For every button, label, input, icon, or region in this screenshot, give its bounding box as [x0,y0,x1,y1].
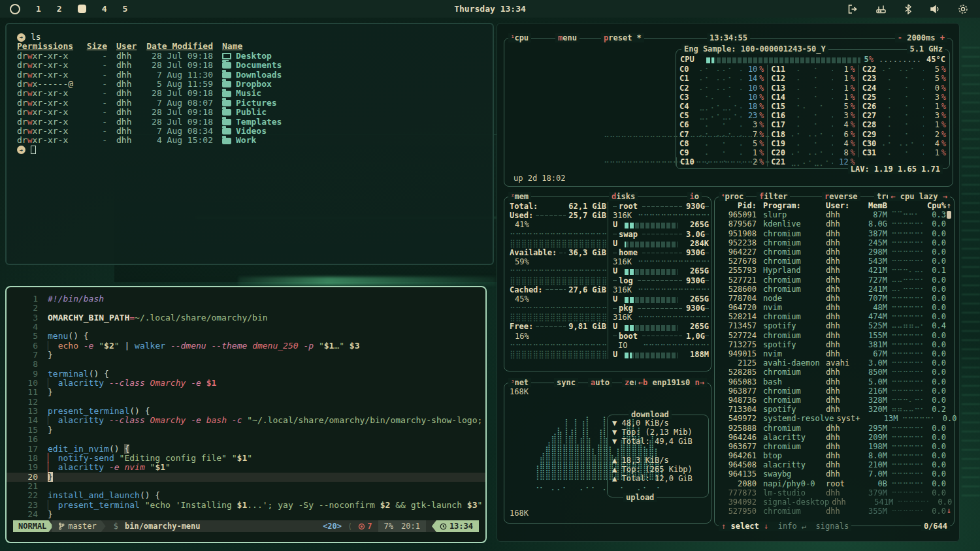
process-row[interactable]: 528600 chromium dhh 241M ⠤⠄⠒⠒⠒⠂ 0.0 [715,285,954,294]
process-cpu-graph: ⠒⠒⠒⠄⠒⠂ [887,396,923,405]
proc-sort-selector[interactable]: ← cpu lazy → [888,192,950,201]
process-pid: 528214 [719,312,757,321]
process-row[interactable]: 527721 chromium dhh 727M ⠤⠤⠒⠒⠒⠂ 0.0 [715,276,954,285]
mem-used-percent: 41% [510,220,529,229]
core-id: C0 [679,65,699,74]
process-row[interactable]: 713275 spotify dhh 381M ⠒⠒⠒⠒⠒⠂ 0.0 [715,340,954,349]
process-row[interactable]: 527950 chromium dhh 355M ⠒⠒⠒⠒⠒⠂ 0.0 [715,507,954,516]
process-row[interactable]: 965091 slurp dhh 87M ⠉⠉⠒⠒⠂⠀ 0.3 [715,210,954,219]
proc-panel: ⁴proc filter reverse tree ← cpu lazy → P… [714,197,955,526]
process-row[interactable]: 879567 kdenlive dhh 8.0G ⠒⠒⠒⠒⠒⠂ 0.0 [715,219,954,228]
percent-sign: % [757,139,764,148]
editor-line: 6 ▏ echo -e "$2" | walker --dmenu --them… [7,341,485,351]
workspace-1[interactable]: 1 [36,4,41,14]
workspace-5[interactable]: 5 [122,4,127,14]
core-percent: 3 [833,111,849,120]
ls-size: - [85,89,107,98]
process-row[interactable]: 964246 alacritty dhh 209M ⠒⠒⠒⠒⠒⠂ 0.0 [715,433,954,442]
process-row[interactable]: 964508 alacritty dhh 210M ⠒⠒⠒⠒⠒⠂ 0.0 [715,460,954,469]
settings-icon[interactable] [958,4,968,14]
terminal-window-ls[interactable]: ➔ ls Permissions Size User Date Modified… [5,23,494,265]
process-row[interactable]: 964720 nvim dhh 48M ⠒⠒⠒⠒⠒⠂ 0.0 [715,303,954,312]
process-row[interactable]: 528285 chromium dhh 850M ⠒⠒⠒⠒⠒⠂ 0.0 [715,368,954,377]
workspace-2[interactable]: 2 [57,4,62,14]
editor-window-nvim[interactable]: 1 #!/bin/bash 2 3 OMARCHY_BIN_PATH=~/.lo… [5,286,487,543]
logout-icon[interactable] [847,4,858,14]
line-number: 16 [7,435,48,444]
process-cpu: 0.0 [923,331,946,340]
process-row[interactable]: 925888 chromium dhh 295M ⠒⠒⠒⠒⠒⠂ 0.0 [715,424,954,433]
core-row: C18 ⠄⠂⠀⠄⠄⠂⠀⠄⠂⠀⠄⠂⠄⠀ 6 % [767,130,858,139]
process-row[interactable]: 964135 swaybg dhh 7.0M ⠒⠒⠒⠒⠒⠂ 0.0 [715,469,954,479]
monitor-window-btop[interactable]: ¹cpu menu preset * 13:34:55 - 2000ms + ⠤… [497,23,960,542]
process-row[interactable]: 2080 napi/phy0-0 root 0B ⠒⠒⠒⠒⠒⠂ 0.0 [715,479,954,488]
net-panel-title[interactable]: ³net [508,378,531,387]
process-row[interactable]: 713457 spotify dhh 525M ⠤⠤⠶⠶⠤⠂ 0.4 [715,321,954,330]
process-row[interactable]: 964261 btop dhh 8.0M ⠒⠒⠒⠒⠒⠂ 0.0 [715,451,954,460]
process-row[interactable]: 549972 systemd-resolve syst+ 13M ⠒⠒⠒⠒⠒⠂ … [715,414,954,423]
process-mem: 0B [852,479,887,488]
process-row[interactable]: 2125 avahi-daemon avahi 3.0M ⠒⠒⠒⠒⠒⠂ 0.0 [715,358,954,368]
process-cpu: 0.0 [923,340,946,349]
process-row[interactable]: 528214 chromium dhh 474M ⠒⠒⠒⠒⠒⠂ 0.0 [715,312,954,321]
process-name: spotify [757,321,823,330]
process-cpu-graph: ⠒⠒⠒⠒⠒⠂ [887,229,923,238]
process-user: syst+ [834,414,862,423]
process-row[interactable]: 952238 chromium dhh 245M ⠒⠒⠒⠒⠒⠂ 0.0 [715,238,954,247]
workspace-4[interactable]: 4 [102,4,107,14]
process-row[interactable]: 778704 node dhh 707M ⠒⠒⠒⠒⠒⠂ 0.0 [715,294,954,303]
preset-button[interactable]: preset * [601,33,644,42]
io-toggle[interactable]: io [687,192,702,201]
process-row[interactable]: 948736 chromium dhh 328M ⠒⠒⠒⠄⠒⠂ 0.0 [715,396,954,405]
net-interface-switcher[interactable]: ←b enp191s0 n→ [636,378,707,387]
process-pid: 949015 [719,349,757,358]
line-number: 10 [7,379,48,388]
process-row[interactable]: 963877 chromium dhh 216M ⠒⠒⠒⠒⠒⠂ 0.0 [715,386,954,396]
process-row[interactable]: 255793 Hyprland dhh 421M ⠒⠒⠒⠄⠤⠄ 0.1 [715,266,954,275]
process-row[interactable]: 527678 chromium dhh 543M ⠒⠒⠒⠒⠒⠂ 0.0 [715,257,954,266]
proc-panel-title[interactable]: ⁴proc [719,192,746,201]
shell-prompt-cursor[interactable]: ➔ [17,146,493,155]
proc-header-program[interactable]: Program: [757,201,823,210]
core-row: C12 ⠀⠄⠀⠀⠂⠀⠀⠄⠀⠀⠂⠀⠄⠀ 1 % [767,74,858,83]
cpu-panel-title[interactable]: ¹cpu [508,33,531,42]
proc-header-memb[interactable]: MemB [852,201,887,210]
network-icon[interactable] [875,4,887,14]
proc-scroll-up-icon[interactable]: ↑ [947,201,951,210]
process-row[interactable]: 527724 chromium dhh 155M ⠒⠒⠒⠒⠒⠂ 0.0 [715,331,954,340]
process-row[interactable]: 965083 bash dhh 5.0M ⠒⠒⠒⠒⠒⠂ 0.0 [715,377,954,386]
process-row[interactable]: 777873 lm-studio dhh 379M ⠒⠒⠒⠒⠒⠂ 0.0 [715,488,954,497]
process-row[interactable]: 713304 spotify dhh 320M ⠶⠶⠤⠤⠒⠂ 0.2 [715,405,954,414]
proc-scrollbar-thumb[interactable] [947,211,951,219]
line-number: 14 [7,416,48,425]
bluetooth-icon[interactable] [904,4,912,14]
process-row[interactable]: 394092 signal-desktop dhh 541M ⠒⠒⠒⠒⠒⠂ 0.… [715,497,954,507]
update-interval[interactable]: - 2000ms + [895,33,947,42]
disk-used-label: U [613,294,621,304]
process-row[interactable]: 963677 chromium dhh 198M ⠒⠒⠒⠒⠒⠂ 0.0 [715,442,954,451]
proc-header-user[interactable]: User: [823,201,852,210]
menu-button[interactable]: menu [555,33,580,42]
proc-reverse-button[interactable]: reverse [822,192,860,201]
line-number: 13 [7,407,48,416]
workspace-3-active[interactable] [78,5,86,13]
proc-header-cpu[interactable]: Cpu% [923,201,946,210]
process-pid: 777873 [719,488,757,497]
process-row[interactable]: 949015 nvim dhh 67M ⠒⠒⠒⠒⠒⠂ 0.0 [715,349,954,358]
proc-filter-button[interactable]: filter [757,192,790,201]
mem-cached: 27,6 GiB [568,285,606,294]
editor-buffer[interactable]: 1 #!/bin/bash 2 3 OMARCHY_BIN_PATH=~/.lo… [7,287,485,519]
disk-name: boot [617,332,640,341]
mem-panel-title[interactable]: ²mem [508,192,531,201]
proc-header-pid[interactable]: Pid: [719,201,757,210]
process-cpu: 0.0 [923,303,946,312]
core-percent: 3 [924,93,939,102]
process-row[interactable]: 951908 chromium dhh 387M ⠒⠒⠒⠒⠒⠂ 0.0 [715,229,954,238]
proc-scroll-down-icon[interactable]: ↓ [947,506,951,515]
net-sync-toggle[interactable]: sync [554,378,578,387]
net-auto-toggle[interactable]: auto [588,378,612,387]
process-cpu-graph: ⠒⠒⠒⠒⠒⠂ [887,340,923,349]
disks-toggle[interactable]: disks [609,192,638,201]
volume-icon[interactable] [930,4,940,14]
process-row[interactable]: 964227 chromium dhh 298M ⠒⠒⠒⠒⠒⠂ 0.0 [715,247,954,257]
